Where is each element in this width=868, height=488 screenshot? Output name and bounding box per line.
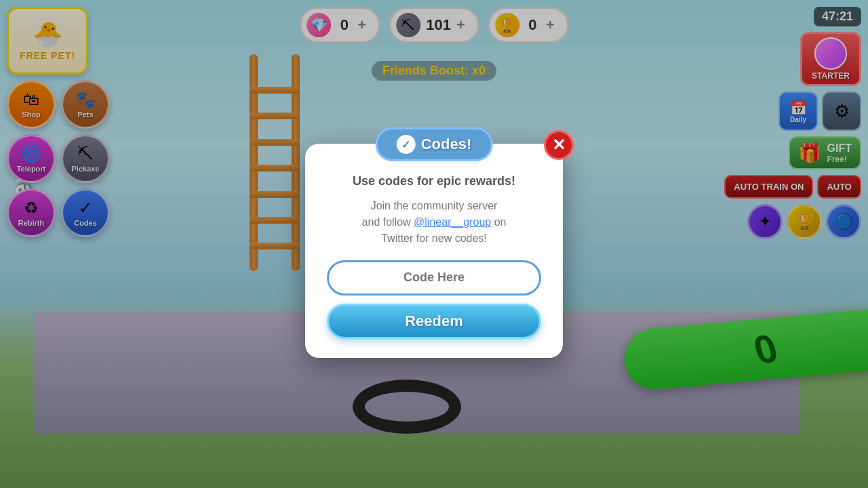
modal-description: Use codes for epic rewards! — [327, 174, 541, 189]
modal-close-button[interactable]: ✕ — [544, 130, 574, 160]
twitter-handle-link[interactable]: @linear__group — [414, 216, 491, 228]
modal-title: Codes! — [421, 136, 472, 153]
modal-checkmark-icon: ✓ — [397, 135, 416, 154]
modal-title-bar: ✓ Codes! — [376, 127, 493, 161]
redeem-button[interactable]: Reedem — [327, 304, 541, 339]
modal-overlay: ✓ Codes! ✕ Use codes for epic rewards! J… — [0, 0, 868, 488]
code-input[interactable] — [327, 260, 541, 296]
codes-modal: ✓ Codes! ✕ Use codes for epic rewards! J… — [305, 144, 563, 357]
modal-community-text: Join the community server and follow @li… — [327, 198, 541, 247]
community-text-4: Twitter for new codes! — [381, 232, 487, 244]
community-text-2: and follow — [362, 216, 411, 228]
community-text-3: on — [494, 216, 507, 228]
community-text-1: Join the community server — [371, 200, 498, 211]
